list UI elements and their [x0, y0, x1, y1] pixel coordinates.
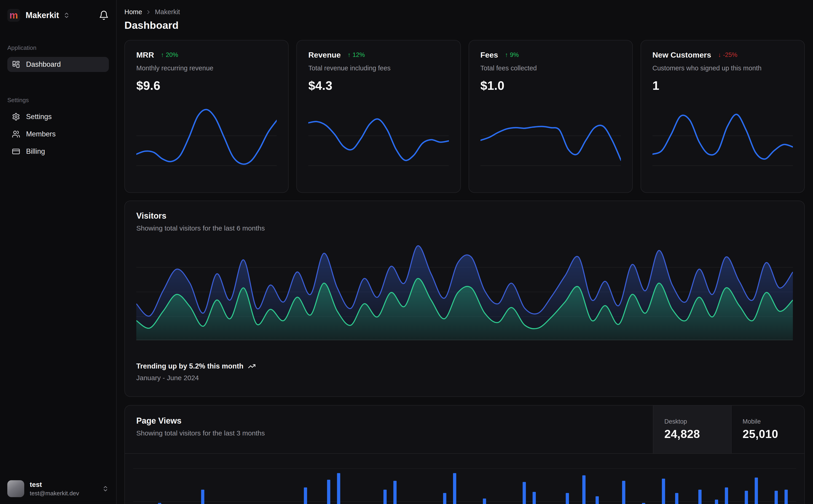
- stat-card-new-customers: New Customers ↓-25% Customers who signed…: [641, 40, 805, 193]
- gear-icon: [12, 113, 20, 121]
- trend-badge: ↑9%: [505, 51, 519, 58]
- trend-arrow-icon: ↓: [718, 51, 721, 58]
- stat-value: $4.3: [308, 78, 449, 93]
- trend-badge: ↑20%: [161, 51, 178, 58]
- stat-value: 1: [653, 78, 793, 93]
- stat-title: Revenue: [308, 50, 341, 59]
- visitors-subtitle: Showing total visitors for the last 6 mo…: [136, 224, 793, 232]
- trend-badge: ↓-25%: [718, 51, 738, 58]
- sidebar-item-settings[interactable]: Settings: [7, 109, 109, 124]
- page-views-title: Page Views: [136, 416, 653, 426]
- stat-value: $1.0: [480, 78, 621, 93]
- stat-card-fees: Fees ↑9% Total fees collected $1.0 July …: [469, 40, 633, 193]
- page-views-card: Page Views Showing total visitors for th…: [124, 405, 805, 504]
- sparkline-chart: [136, 104, 277, 170]
- makerkit-logo: m: [7, 9, 20, 22]
- sidebar-item-label: Settings: [26, 113, 52, 121]
- sparkline-chart: [308, 104, 449, 170]
- stat-card-revenue: Revenue ↑12% Total revenue including fee…: [296, 40, 461, 193]
- trend-arrow-icon: ↑: [505, 51, 508, 58]
- sidebar-item-label: Billing: [26, 147, 45, 156]
- main-content: Home Makerkit Dashboard MRR ↑20% Monthly…: [117, 0, 813, 504]
- workspace-switcher[interactable]: m Makerkit: [7, 9, 70, 22]
- toggle-label: Mobile: [743, 418, 804, 425]
- stat-subtitle: Total revenue including fees: [308, 64, 449, 72]
- page-views-bar-chart[interactable]: [125, 454, 804, 504]
- section-label-settings: Settings: [7, 97, 109, 104]
- chevrons-up-down-icon: [63, 12, 70, 19]
- sidebar-item-billing[interactable]: Billing: [7, 144, 109, 159]
- trend-arrow-icon: ↑: [348, 51, 351, 58]
- toggle-value: 25,010: [743, 427, 804, 441]
- toggle-value: 24,828: [664, 427, 731, 441]
- users-icon: [12, 130, 20, 138]
- visitors-title: Visitors: [136, 211, 793, 221]
- sidebar-item-dashboard[interactable]: Dashboard: [7, 57, 109, 72]
- sparkline-chart: [653, 104, 793, 170]
- workspace-name: Makerkit: [26, 11, 59, 20]
- user-name: test: [30, 481, 79, 488]
- visitors-card: Visitors Showing total visitors for the …: [124, 201, 805, 397]
- layout-dashboard-icon: [12, 60, 20, 69]
- breadcrumb-home-link[interactable]: Home: [124, 8, 142, 16]
- chevrons-up-down-icon: [102, 485, 109, 492]
- breadcrumb: Home Makerkit: [124, 8, 805, 16]
- stat-cards-row: MRR ↑20% Monthly recurring revenue $9.6 …: [124, 40, 805, 193]
- trending-text: Trending up by 5.2% this month: [136, 362, 243, 370]
- breadcrumb-current: Makerkit: [155, 8, 180, 16]
- stat-value: $9.6: [136, 78, 277, 93]
- page-title: Dashboard: [124, 19, 805, 31]
- trend-arrow-icon: ↑: [161, 51, 164, 58]
- sidebar-item-label: Dashboard: [26, 60, 61, 69]
- user-menu[interactable]: test test@makerkit.dev: [0, 474, 116, 504]
- sparkline-chart: [480, 104, 621, 170]
- stat-card-mrr: MRR ↑20% Monthly recurring revenue $9.6 …: [124, 40, 289, 193]
- trending-up-icon: [248, 362, 256, 370]
- stat-subtitle: Total fees collected: [480, 64, 621, 72]
- page-views-subtitle: Showing total visitors for the last 3 mo…: [136, 429, 653, 437]
- date-range-label: January - June 2024: [136, 374, 793, 382]
- stat-subtitle: Monthly recurring revenue: [136, 64, 277, 72]
- sidebar-item-label: Members: [26, 130, 56, 138]
- trend-badge: ↑12%: [348, 51, 365, 58]
- toggle-label: Desktop: [664, 418, 731, 425]
- user-avatar: [7, 480, 24, 497]
- sidebar: m Makerkit Application Dashboard Setting…: [0, 0, 117, 504]
- stat-subtitle: Customers who signed up this month: [653, 64, 793, 72]
- toggle-mobile[interactable]: Mobile 25,010: [731, 406, 804, 453]
- stat-title: MRR: [136, 50, 154, 59]
- stat-title: New Customers: [653, 50, 711, 59]
- sidebar-item-members[interactable]: Members: [7, 127, 109, 142]
- chevron-right-icon: [145, 9, 151, 15]
- notifications-button[interactable]: [99, 10, 109, 20]
- user-email: test@makerkit.dev: [30, 490, 79, 497]
- section-label-application: Application: [7, 44, 109, 51]
- logo-letter: m: [9, 11, 18, 20]
- visitors-area-chart[interactable]: [136, 242, 793, 340]
- bell-icon: [99, 10, 109, 20]
- credit-card-icon: [12, 147, 20, 156]
- stat-title: Fees: [480, 50, 498, 59]
- toggle-desktop[interactable]: Desktop 24,828: [653, 406, 731, 453]
